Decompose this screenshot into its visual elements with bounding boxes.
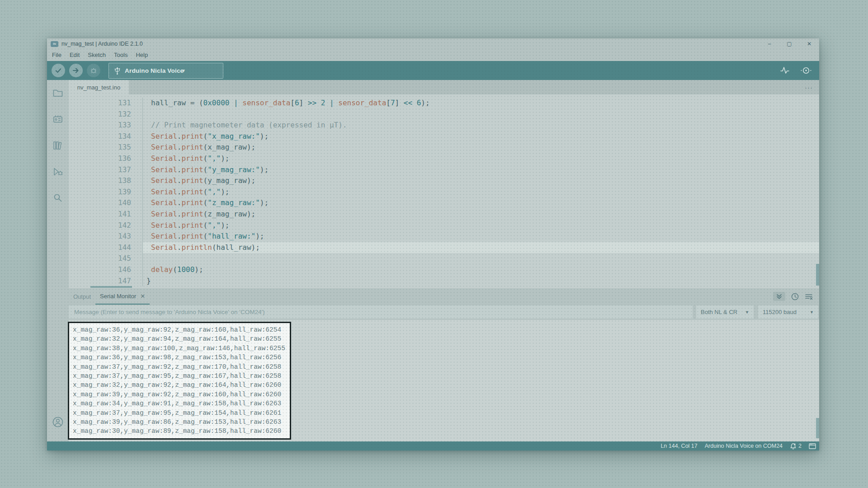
bug-icon bbox=[90, 67, 97, 74]
close-tab-icon[interactable]: ✕ bbox=[140, 293, 145, 300]
code-line-135: 135Serial.print(x_mag_raw); bbox=[69, 142, 819, 153]
serial-output-line: x_mag_raw:36,y_mag_raw:98,z_mag_raw:153,… bbox=[73, 353, 290, 362]
code-line-140: 140Serial.print("z_mag_raw:"); bbox=[69, 197, 819, 209]
tab-output[interactable]: Output bbox=[69, 288, 95, 305]
board-port-status: Arduino Nicla Voice on COM24 bbox=[705, 443, 783, 449]
baud-rate-select[interactable]: 115200 baud ▼ bbox=[758, 305, 818, 319]
highlight-box: x_mag_raw:36,y_mag_raw:92,z_mag_raw:160,… bbox=[68, 322, 291, 440]
code-line-138: 138Serial.print(y_mag_raw); bbox=[69, 175, 819, 187]
debug-button[interactable] bbox=[87, 64, 100, 77]
menu-item-tools[interactable]: Tools bbox=[110, 49, 132, 61]
message-input[interactable] bbox=[69, 305, 693, 319]
editor-tab-bar: nv_mag_test.ino ··· bbox=[69, 80, 819, 94]
code-line-143: 143Serial.print("hall_raw:"); bbox=[69, 231, 819, 242]
board-chip-icon bbox=[52, 114, 63, 124]
panel-tab-bar: Output Serial Monitor ✕ bbox=[69, 288, 819, 305]
editor-vertical-scrollbar[interactable] bbox=[816, 264, 819, 286]
code-editor[interactable]: 131hall_raw = (0x0000 | sensor_data[6] >… bbox=[69, 94, 819, 288]
debug-play-icon bbox=[52, 167, 63, 177]
code-line-132: 132 bbox=[69, 109, 819, 120]
clear-output-icon[interactable] bbox=[805, 292, 813, 300]
serial-output-line: x_mag_raw:38,y_mag_raw:100,z_mag_raw:146… bbox=[73, 344, 290, 353]
arduino-logo-icon: ∞ bbox=[51, 41, 58, 47]
code-line-139: 139Serial.print(","); bbox=[69, 187, 819, 198]
serial-output-line: x_mag_raw:34,y_mag_raw:91,z_mag_raw:158,… bbox=[73, 399, 290, 408]
code-line-134: 134Serial.print("x_mag_raw:"); bbox=[69, 131, 819, 142]
window-title: nv_mag_test | Arduino IDE 2.1.0 bbox=[61, 41, 143, 47]
cursor-position: Ln 144, Col 17 bbox=[660, 443, 697, 449]
title-bar: ∞ nv_mag_test | Arduino IDE 2.1.0 – ▢ ✕ bbox=[47, 38, 819, 49]
board-selector[interactable]: Arduino Nicla Voice ▼ bbox=[108, 63, 223, 79]
more-actions-icon[interactable]: ··· bbox=[805, 84, 813, 91]
serial-plotter-icon[interactable] bbox=[779, 66, 790, 75]
tab-serial-monitor[interactable]: Serial Monitor ✕ bbox=[95, 288, 150, 305]
usb-icon bbox=[114, 67, 120, 75]
board-panel-icon[interactable] bbox=[809, 443, 816, 449]
check-icon bbox=[55, 67, 62, 74]
minimize-button[interactable]: – bbox=[760, 38, 779, 49]
chevron-down-icon: ▼ bbox=[810, 310, 814, 314]
code-line-133: 133// Print magnetometer data (expressed… bbox=[69, 120, 819, 131]
search-icon bbox=[52, 193, 63, 203]
serial-output-line: x_mag_raw:39,y_mag_raw:92,z_mag_raw:160,… bbox=[73, 390, 290, 399]
menu-item-edit[interactable]: Edit bbox=[66, 49, 84, 61]
code-line-131: 131hall_raw = (0x0000 | sensor_data[6] >… bbox=[69, 98, 819, 109]
code-line-142: 142Serial.print(","); bbox=[69, 220, 819, 231]
arrow-right-icon bbox=[72, 67, 80, 74]
arduino-ide-window: ∞ nv_mag_test | Arduino IDE 2.1.0 – ▢ ✕ … bbox=[47, 38, 819, 450]
bell-icon bbox=[790, 443, 797, 450]
timestamp-toggle-icon[interactable] bbox=[791, 292, 799, 300]
upload-button[interactable] bbox=[69, 64, 83, 77]
menu-bar: FileEditSketchToolsHelp bbox=[47, 49, 820, 61]
notification-count: 2 bbox=[798, 443, 802, 449]
serial-output-line: x_mag_raw:37,y_mag_raw:95,z_mag_raw:154,… bbox=[73, 408, 290, 418]
serial-output-line: x_mag_raw:39,y_mag_raw:86,z_mag_raw:153,… bbox=[73, 418, 290, 427]
sidebar-item-boards-manager[interactable] bbox=[47, 106, 69, 132]
activity-sidebar bbox=[47, 80, 69, 441]
menu-item-help[interactable]: Help bbox=[132, 49, 152, 61]
sidebar-item-account[interactable] bbox=[47, 409, 69, 435]
code-line-136: 136Serial.print(","); bbox=[69, 153, 819, 164]
chevron-down-icon: ▼ bbox=[745, 310, 749, 314]
menu-item-sketch[interactable]: Sketch bbox=[84, 49, 110, 61]
code-line-147: 147} bbox=[69, 276, 819, 287]
sidebar-item-search[interactable] bbox=[47, 185, 69, 211]
board-selector-label: Arduino Nicla Voice bbox=[125, 67, 184, 74]
serial-output-line: x_mag_raw:30,y_mag_raw:89,z_mag_raw:158,… bbox=[73, 427, 290, 436]
close-button[interactable]: ✕ bbox=[799, 38, 819, 49]
verify-button[interactable] bbox=[52, 64, 65, 77]
maximize-button[interactable]: ▢ bbox=[779, 38, 799, 49]
editor-horizontal-scrollbar[interactable] bbox=[90, 286, 132, 288]
desktop-background: ∞ nv_mag_test | Arduino IDE 2.1.0 – ▢ ✕ … bbox=[0, 0, 868, 488]
sidebar-item-debug[interactable] bbox=[47, 159, 69, 185]
chevron-down-icon: ▼ bbox=[181, 63, 186, 78]
line-ending-select[interactable]: Both NL & CR ▼ bbox=[696, 305, 754, 319]
serial-message-row: Both NL & CR ▼ 115200 baud ▼ bbox=[69, 305, 819, 320]
code-line-144: 144Serial.println(hall_raw); bbox=[69, 242, 819, 253]
status-bar: Ln 144, Col 17 Arduino Nicla Voice on CO… bbox=[47, 441, 819, 450]
serial-output-line: x_mag_raw:36,y_mag_raw:92,z_mag_raw:160,… bbox=[73, 325, 290, 334]
window-controls: – ▢ ✕ bbox=[760, 38, 819, 49]
autoscroll-toggle-icon[interactable] bbox=[773, 292, 785, 301]
serial-output-line: x_mag_raw:37,y_mag_raw:95,z_mag_raw:167,… bbox=[73, 371, 290, 380]
books-icon bbox=[52, 141, 63, 150]
code-line-141: 141Serial.print(z_mag_raw); bbox=[69, 209, 819, 220]
notifications-indicator[interactable]: 2 bbox=[790, 443, 802, 450]
sidebar-item-sketchbook[interactable] bbox=[47, 80, 69, 106]
toolbar: Arduino Nicla Voice ▼ bbox=[47, 61, 819, 80]
serial-output-line: x_mag_raw:37,y_mag_raw:92,z_mag_raw:170,… bbox=[73, 362, 290, 371]
tab-nv-mag-test-ino[interactable]: nv_mag_test.ino bbox=[69, 80, 129, 94]
folder-icon bbox=[52, 88, 63, 98]
menu-item-file[interactable]: File bbox=[48, 49, 66, 61]
serial-monitor-icon[interactable] bbox=[800, 66, 812, 75]
code-line-146: 146delay(1000); bbox=[69, 264, 819, 276]
panel-vertical-scrollbar[interactable] bbox=[816, 418, 819, 438]
serial-output-line: x_mag_raw:32,y_mag_raw:92,z_mag_raw:164,… bbox=[73, 380, 290, 389]
serial-output-line: x_mag_raw:32,y_mag_raw:94,z_mag_raw:164,… bbox=[73, 334, 290, 343]
person-circle-icon bbox=[52, 416, 64, 428]
tab-label: nv_mag_test.ino bbox=[77, 84, 120, 91]
sidebar-item-library-manager[interactable] bbox=[47, 132, 69, 159]
code-line-137: 137Serial.print("y_mag_raw:"); bbox=[69, 164, 819, 176]
code-line-145: 145 bbox=[69, 253, 819, 264]
